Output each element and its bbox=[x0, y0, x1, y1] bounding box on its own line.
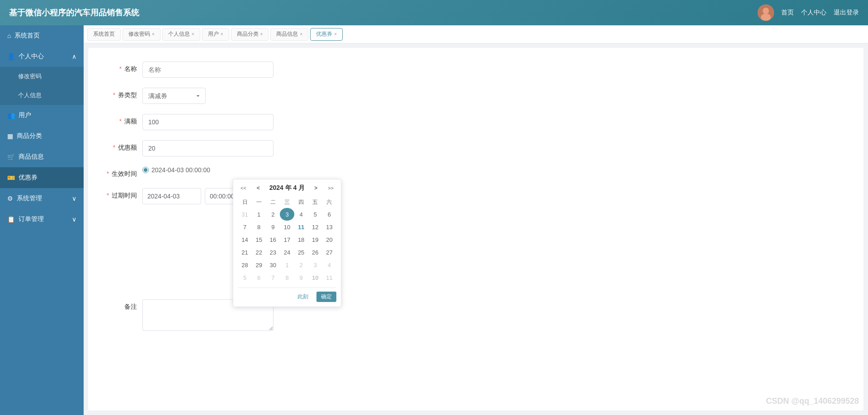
chevron-down-icon-system: ∨ bbox=[72, 195, 76, 202]
coupon-icon: 🎫 bbox=[7, 174, 15, 181]
sidebar-item-users-label: 用户 bbox=[19, 111, 31, 119]
cal-day[interactable]: 29 bbox=[252, 259, 266, 271]
cal-day[interactable]: 15 bbox=[252, 233, 266, 246]
cal-day[interactable]: 26 bbox=[308, 246, 322, 259]
calendar-week-1: 31 1 2 3 4 5 6 bbox=[238, 208, 336, 221]
tab-users-close[interactable]: × bbox=[221, 32, 223, 37]
cal-day[interactable]: 7 bbox=[238, 221, 252, 233]
cal-day[interactable]: 21 bbox=[238, 246, 252, 259]
tab-change-pwd[interactable]: 修改密码 × bbox=[123, 28, 160, 41]
cal-today-btn[interactable]: 此刻 bbox=[293, 292, 313, 302]
tab-change-pwd-close[interactable]: × bbox=[152, 32, 155, 37]
tab-system-home-label: 系统首页 bbox=[93, 30, 115, 38]
cal-day[interactable]: 20 bbox=[322, 233, 336, 246]
tab-personal-info[interactable]: 个人信息 × bbox=[162, 28, 200, 41]
cal-day[interactable]: 2 bbox=[266, 208, 280, 221]
tab-coupons-label: 优惠券 bbox=[316, 30, 332, 38]
nav-profile[interactable]: 个人中心 bbox=[801, 9, 826, 17]
nav-home[interactable]: 首页 bbox=[781, 9, 794, 17]
calendar-week-2: 7 8 9 10 11 12 13 bbox=[238, 221, 336, 233]
sidebar-item-category[interactable]: ▦ 商品分类 bbox=[0, 126, 84, 146]
tab-coupons-close[interactable]: × bbox=[334, 32, 337, 37]
prev-month-btn[interactable]: < bbox=[255, 184, 262, 192]
cal-day[interactable]: 10 bbox=[280, 221, 294, 233]
cal-day[interactable]: 9 bbox=[266, 221, 280, 233]
next-month-btn[interactable]: > bbox=[312, 184, 319, 192]
weekday-thu: 四 bbox=[294, 197, 308, 208]
cal-day[interactable]: 13 bbox=[322, 221, 336, 233]
sidebar-item-home[interactable]: ⌂ 系统首页 bbox=[0, 25, 84, 46]
cal-day[interactable]: 30 bbox=[266, 259, 280, 271]
tab-category-label: 商品分类 bbox=[237, 30, 259, 38]
cal-day[interactable]: 11 bbox=[322, 271, 336, 284]
cal-day[interactable]: 6 bbox=[252, 271, 266, 284]
type-select[interactable]: 满减券 折扣券 立减券 bbox=[142, 88, 206, 104]
cal-day[interactable]: 6 bbox=[322, 208, 336, 221]
discount-input[interactable] bbox=[142, 140, 274, 156]
sidebar-item-users[interactable]: 👥 用户 bbox=[0, 105, 84, 126]
cal-day[interactable]: 9 bbox=[294, 271, 308, 284]
sidebar-item-change-pwd[interactable]: 修改密码 bbox=[0, 67, 84, 86]
cal-day[interactable]: 31 bbox=[238, 208, 252, 221]
cal-day[interactable]: 4 bbox=[322, 259, 336, 271]
full-input[interactable] bbox=[142, 114, 274, 130]
effective-radio[interactable] bbox=[142, 167, 149, 173]
avatar bbox=[758, 5, 774, 21]
cal-day[interactable]: 17 bbox=[280, 233, 294, 246]
cal-day[interactable]: 5 bbox=[238, 271, 252, 284]
tab-personal-info-close[interactable]: × bbox=[192, 32, 194, 37]
tab-products-close[interactable]: × bbox=[300, 32, 302, 37]
cal-day-selected[interactable]: 3 bbox=[280, 208, 294, 221]
sidebar-group-personal[interactable]: 👤 个人中心 ∧ bbox=[0, 46, 84, 67]
cal-day[interactable]: 3 bbox=[308, 259, 322, 271]
cal-confirm-btn[interactable]: 确定 bbox=[316, 292, 336, 302]
tab-category-close[interactable]: × bbox=[260, 32, 263, 37]
form-label-name: * 名称 bbox=[106, 61, 142, 73]
cal-day[interactable]: 28 bbox=[238, 259, 252, 271]
cal-day[interactable]: 1 bbox=[252, 208, 266, 221]
required-star-full: * bbox=[119, 118, 122, 125]
product-icon: 🛒 bbox=[7, 153, 15, 160]
cal-day[interactable]: 10 bbox=[308, 271, 322, 284]
sidebar-item-products[interactable]: 🛒 商品信息 bbox=[0, 146, 84, 167]
cal-day[interactable]: 8 bbox=[252, 221, 266, 233]
cal-day[interactable]: 18 bbox=[294, 233, 308, 246]
sidebar-item-coupons[interactable]: 🎫 优惠券 bbox=[0, 167, 84, 188]
cal-day[interactable]: 8 bbox=[280, 271, 294, 284]
cal-day-today[interactable]: 11 bbox=[294, 221, 308, 233]
cal-day[interactable]: 12 bbox=[308, 221, 322, 233]
tab-users[interactable]: 用户 × bbox=[202, 28, 229, 41]
prev-year-btn[interactable]: << bbox=[240, 184, 247, 192]
effective-date-display: 2024-04-03 00:00:00 bbox=[151, 166, 210, 174]
cal-day[interactable]: 14 bbox=[238, 233, 252, 246]
expiry-date-input[interactable] bbox=[142, 188, 201, 204]
nav-logout[interactable]: 退出登录 bbox=[834, 9, 859, 17]
calendar-week-3: 14 15 16 17 18 19 20 bbox=[238, 233, 336, 246]
tab-products-label: 商品信息 bbox=[276, 30, 298, 38]
sidebar-item-personal-info[interactable]: 个人信息 bbox=[0, 86, 84, 105]
tab-system-home[interactable]: 系统首页 bbox=[87, 28, 121, 41]
cal-day[interactable]: 2 bbox=[294, 259, 308, 271]
sidebar-group-system[interactable]: ⚙ 系统管理 ∨ bbox=[0, 188, 84, 209]
cal-day[interactable]: 16 bbox=[266, 233, 280, 246]
cal-day[interactable]: 7 bbox=[266, 271, 280, 284]
cal-day[interactable]: 19 bbox=[308, 233, 322, 246]
sidebar-group-orders[interactable]: 📋 订单管理 ∨ bbox=[0, 209, 84, 230]
cal-day[interactable]: 22 bbox=[252, 246, 266, 259]
person-icon: 👤 bbox=[7, 53, 15, 60]
cal-day[interactable]: 23 bbox=[266, 246, 280, 259]
header-nav: 首页 个人中心 退出登录 bbox=[758, 5, 859, 21]
weekday-sat: 六 bbox=[322, 197, 336, 208]
cal-day[interactable]: 1 bbox=[280, 259, 294, 271]
tab-category[interactable]: 商品分类 × bbox=[231, 28, 269, 41]
cal-day[interactable]: 5 bbox=[308, 208, 322, 221]
cal-day[interactable]: 24 bbox=[280, 246, 294, 259]
sidebar-item-coupons-label: 优惠券 bbox=[19, 174, 38, 182]
tab-coupons[interactable]: 优惠券 × bbox=[310, 28, 343, 41]
name-input[interactable] bbox=[142, 61, 274, 78]
tab-products[interactable]: 商品信息 × bbox=[270, 28, 308, 41]
cal-day[interactable]: 25 bbox=[294, 246, 308, 259]
cal-day[interactable]: 4 bbox=[294, 208, 308, 221]
cal-day[interactable]: 27 bbox=[322, 246, 336, 259]
next-year-btn[interactable]: >> bbox=[327, 184, 335, 192]
